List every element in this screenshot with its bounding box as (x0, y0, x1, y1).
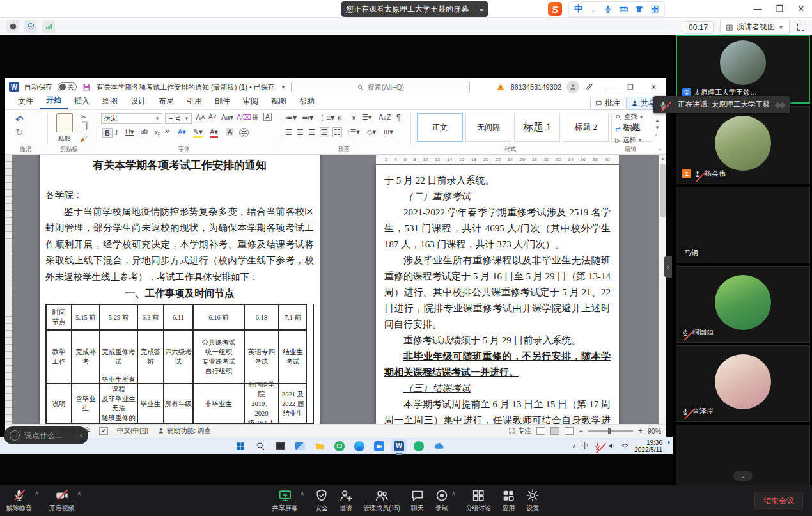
minimize-button[interactable]: — (747, 0, 769, 17)
select-button[interactable]: ▷选择▾ (615, 136, 641, 145)
tray-volume-icon[interactable] (607, 442, 616, 450)
account-name[interactable]: 8613453149302 (510, 83, 561, 91)
quick-chat-bar[interactable]: 说点什么... ‹ (4, 426, 88, 444)
grow-font-icon[interactable]: A˄ (196, 113, 205, 122)
chat-button[interactable]: 聊天 (410, 489, 425, 513)
apps-button[interactable]: 应用 (501, 489, 515, 513)
word-taskbar-icon[interactable]: W (391, 439, 407, 454)
paste-label[interactable]: 粘贴 (52, 134, 77, 143)
taskbar-search-icon[interactable] (253, 439, 268, 454)
autosave-toggle[interactable]: 关 (58, 82, 77, 91)
warning-icon[interactable] (496, 82, 505, 91)
save-icon[interactable] (82, 82, 91, 92)
char-border-icon[interactable]: A (263, 113, 272, 121)
security-button[interactable]: 安全 (315, 489, 329, 513)
horizontal-ruler[interactable]: 246810121416182022242628303234363840 (376, 155, 619, 164)
underline-button[interactable]: U▾ (125, 128, 134, 136)
start-button[interactable] (233, 439, 248, 454)
undo-icon[interactable]: ↶ (15, 114, 24, 125)
shading-fill-icon[interactable]: ◇▾ (367, 128, 376, 136)
pen-mode-icon[interactable] (584, 82, 593, 91)
search-input[interactable]: 搜索(Alt+Q) (291, 81, 470, 93)
ime-skin-icon[interactable] (635, 4, 644, 13)
avatar[interactable] (566, 81, 579, 93)
style-heading1[interactable]: 标题 1 (514, 113, 560, 142)
tray-expand-icon[interactable]: ∧ (572, 443, 577, 450)
text-effects-icon[interactable]: A▾ (178, 128, 186, 136)
clear-format-icon[interactable]: A⌫ (237, 113, 251, 121)
font-color-icon[interactable]: A▾ (210, 128, 218, 138)
taskbar-clock[interactable]: 19:36 2022/5/11 (634, 439, 662, 453)
end-meeting-button[interactable]: 结束会议 (754, 492, 803, 510)
cut-icon[interactable]: ✂ (81, 113, 87, 121)
share-options-caret[interactable]: ∧ (301, 490, 305, 496)
accessibility-status[interactable]: 辅助功能: 调查 (157, 426, 211, 435)
scroll-up-icon[interactable]: ▲ (659, 155, 666, 162)
chat-input-placeholder[interactable]: 说点什么... (24, 430, 61, 441)
format-painter-icon[interactable]: 🖌 (80, 134, 88, 143)
tray-ime-indicator[interactable]: 中 (581, 441, 588, 451)
participant-tile[interactable]: 柯国烜 (676, 266, 810, 343)
read-mode-icon[interactable] (536, 427, 545, 435)
multilevel-list-icon[interactable]: ⋮≡▾ (318, 113, 334, 122)
participant-tile[interactable]: 杨会伟 (676, 106, 810, 184)
enclose-char-icon[interactable]: 字 (239, 128, 249, 137)
phonetic-guide-icon[interactable]: 拼 (252, 113, 258, 122)
settings-button[interactable]: 设置 (526, 489, 540, 513)
file-explorer-icon[interactable] (312, 439, 327, 454)
comments-button[interactable]: 批注 (590, 97, 625, 110)
tray-network-icon[interactable] (621, 442, 629, 450)
tab-help[interactable]: 帮助 (293, 95, 321, 109)
focus-mode-button[interactable]: 专注 (508, 426, 531, 435)
styles-scroll[interactable]: ▲▼▿ (655, 118, 660, 137)
view-mode-button[interactable]: 演讲者视图 ▼ (720, 20, 790, 35)
meeting-security-icon[interactable] (24, 20, 37, 33)
ime-mic-icon[interactable] (604, 4, 613, 13)
tab-review[interactable]: 审阅 (237, 95, 265, 109)
share-screen-button[interactable]: 共享屏幕 (272, 489, 298, 513)
sort-icon[interactable]: A↓Z (379, 113, 391, 121)
justify-icon[interactable]: ☰ (320, 127, 329, 137)
highlight-color-icon[interactable]: ✎▾ (193, 128, 203, 138)
zoom-out-button[interactable]: − (579, 426, 583, 435)
manage-members-button[interactable]: 管理成员(15) (363, 489, 400, 513)
superscript-button[interactable]: x² (165, 128, 170, 134)
participant-tile[interactable]: 肖泽岸 (676, 345, 810, 422)
copy-icon[interactable] (81, 123, 87, 130)
print-layout-icon[interactable] (550, 427, 559, 435)
page-right[interactable]: 于 5 月 22 日前录入系统。 （二）重修考试 2021-2022 学年春季学… (376, 165, 619, 424)
line-spacing-icon[interactable]: ↕☰▾ (347, 128, 360, 136)
notification-dot[interactable] (668, 441, 670, 444)
vertical-scrollbar[interactable]: ▲ (659, 155, 666, 424)
wechat-icon[interactable] (332, 439, 347, 454)
align-right-icon[interactable]: ☰ (308, 128, 315, 137)
banner-menu-icon[interactable]: ≡ (474, 5, 483, 13)
style-normal[interactable]: 正文 (417, 113, 463, 142)
strikethrough-button[interactable]: ab (141, 128, 148, 135)
numbering-icon[interactable]: ≕▾ (302, 113, 313, 122)
bold-button[interactable]: B (102, 128, 113, 138)
style-no-spacing[interactable]: 无间隔 (465, 113, 511, 142)
word-minimize-button[interactable]: — (598, 83, 616, 91)
scrollbar-thumb[interactable] (660, 164, 666, 217)
meeting-app-icon[interactable] (371, 439, 387, 454)
participant-tile[interactable]: 马钢 (676, 187, 810, 263)
word-restore-button[interactable]: ❐ (621, 83, 639, 91)
replace-button[interactable]: ⇄替换 (615, 124, 637, 133)
redo-icon[interactable]: ↻ (15, 127, 24, 138)
decrease-indent-icon[interactable]: ⇤ (338, 113, 344, 122)
scroll-more-button[interactable]: ⌄ (733, 471, 753, 481)
participant-tile-speaker[interactable]: 太原理工大学王燚… (676, 35, 810, 104)
tab-references[interactable]: 引用 (180, 95, 208, 109)
language-indicator[interactable]: 中文(中国) (117, 426, 148, 435)
collapse-chat-icon[interactable]: ‹ (75, 431, 82, 440)
emoji-icon[interactable] (10, 430, 20, 441)
tab-design[interactable]: 设计 (124, 95, 152, 109)
close-button[interactable]: ✕ (790, 0, 812, 17)
find-button[interactable]: 查找▾ (615, 113, 643, 121)
tab-insert[interactable]: 插入 (68, 95, 96, 109)
task-view-icon[interactable] (272, 439, 288, 454)
zoom-level[interactable]: 90% (648, 427, 661, 435)
zoom-in-button[interactable]: + (638, 426, 643, 435)
style-heading2[interactable]: 标题 2 (563, 113, 609, 142)
